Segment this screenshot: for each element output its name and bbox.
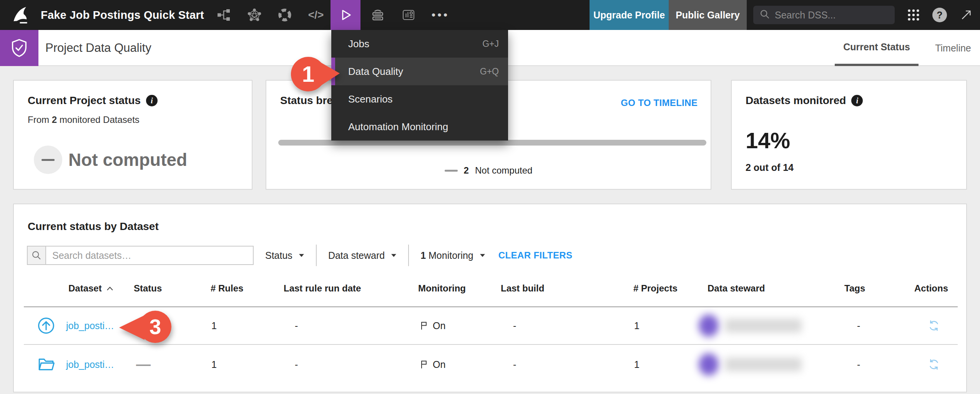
column-data-steward[interactable]: Data steward	[704, 283, 839, 294]
data-steward-redacted	[699, 315, 802, 337]
column-monitoring[interactable]: Monitoring	[416, 283, 498, 294]
current-project-status-card: Current Project status i From 2 monitore…	[13, 80, 252, 190]
dataiku-logo	[10, 5, 31, 25]
tags-cell: -	[839, 320, 908, 331]
last-build-cell: -	[498, 359, 631, 370]
avatar	[699, 315, 719, 337]
table-title: Current status by Dataset	[28, 220, 159, 233]
dataset-search[interactable]	[27, 246, 254, 265]
refresh-icon[interactable]	[908, 320, 958, 332]
status-legend: 2 Not computed	[266, 165, 711, 176]
rules-cell: 1	[208, 320, 281, 331]
legend-count: 2	[464, 165, 469, 176]
annotation-step-1: 1	[289, 53, 343, 96]
folder-icon[interactable]	[24, 356, 66, 373]
filter-divider	[316, 245, 317, 266]
tags-cell: -	[839, 359, 908, 370]
column-tags[interactable]: Tags	[839, 283, 908, 294]
uploaded-dataset-icon[interactable]	[24, 317, 66, 334]
jobs-menu-button[interactable]	[331, 0, 360, 30]
card-title: Datasets monitored	[746, 94, 846, 107]
top-navbar: Fake Job Postings Quick Start </>	[0, 0, 980, 30]
tab-current-status[interactable]: Current Status	[835, 30, 919, 66]
menu-item-automation-monitoring[interactable]: Automation Monitoring	[331, 113, 508, 141]
go-to-timeline-link[interactable]: GO TO TIMELINE	[621, 98, 698, 108]
external-arrow-icon[interactable]	[955, 0, 978, 30]
jobs-dropdown-menu: Jobs G+J Data Quality G+Q Scenarios Auto…	[331, 30, 508, 141]
column-dataset[interactable]: Dataset	[66, 283, 131, 294]
info-icon[interactable]: i	[851, 95, 863, 106]
flag-icon	[419, 359, 429, 369]
datasets-monitored-card: Datasets monitored i 14% 2 out of 14	[731, 80, 967, 190]
shortcut-label: G+J	[482, 39, 499, 49]
monitored-detail: 2 out of 14	[746, 162, 794, 173]
column-last-build[interactable]: Last build	[498, 283, 631, 294]
svg-text:1: 1	[302, 61, 314, 86]
monitoring-filter[interactable]: 1 Monitoring	[420, 250, 485, 261]
monitored-percent: 14%	[746, 127, 790, 153]
not-computed-status-icon	[34, 146, 62, 174]
project-name: Fake Job Postings Quick Start	[41, 0, 204, 30]
sort-asc-icon	[106, 286, 113, 291]
chevron-down-icon	[299, 253, 304, 257]
data-steward-filter[interactable]: Data steward	[328, 250, 397, 261]
not-computed-swatch	[445, 170, 458, 172]
dashboards-icon[interactable]	[397, 0, 420, 30]
monitored-datasets-subtitle: From 2 monitored Datasets	[28, 114, 140, 125]
help-icon[interactable]: ?	[928, 0, 951, 30]
menu-item-jobs[interactable]: Jobs G+J	[331, 30, 508, 58]
project-status-value: Not computed	[68, 146, 187, 174]
dss-search-input[interactable]	[775, 10, 882, 21]
notebooks-icon[interactable]	[273, 0, 296, 30]
dataset-link[interactable]: job_posti…	[66, 359, 114, 370]
column-rules[interactable]: # Rules	[208, 283, 281, 294]
column-status[interactable]: Status	[131, 283, 208, 294]
column-actions: Actions	[908, 283, 958, 294]
refresh-icon[interactable]	[908, 358, 958, 371]
dataset-link[interactable]: job_posti…	[66, 320, 114, 331]
column-projects[interactable]: # Projects	[631, 283, 704, 294]
monitoring-cell: On	[416, 320, 498, 331]
steward-name-redacted	[725, 319, 802, 333]
tab-timeline[interactable]: Timeline	[930, 30, 976, 66]
apps-grid-icon[interactable]	[902, 0, 925, 30]
last-rule-run-cell: -	[281, 359, 416, 370]
search-icon	[28, 247, 46, 264]
code-icon[interactable]: </>	[304, 0, 327, 30]
data-quality-badge	[0, 30, 38, 66]
flag-icon	[419, 321, 429, 331]
clear-filters-button[interactable]: CLEAR FILTERS	[498, 250, 573, 261]
projects-cell: 1	[631, 359, 704, 370]
status-filter[interactable]: Status	[265, 250, 304, 261]
upgrade-profile-button[interactable]: Upgrade Profile	[590, 0, 669, 30]
monitoring-cell: On	[416, 359, 498, 370]
avatar	[699, 353, 719, 376]
last-build-cell: -	[498, 320, 631, 331]
visual-analyses-icon[interactable]	[243, 0, 266, 30]
lab-stack-icon[interactable]	[366, 0, 389, 30]
annotation-step-3: 3	[114, 309, 174, 348]
info-icon[interactable]: i	[146, 95, 158, 106]
flow-icon[interactable]	[212, 0, 235, 30]
current-status-by-dataset-card: Current status by Dataset Status Data st…	[13, 204, 967, 392]
table-header-row: Dataset Status # Rules Last rule run dat…	[24, 270, 958, 307]
rules-cell: 1	[208, 359, 281, 370]
search-icon	[759, 9, 770, 21]
shield-check-icon	[9, 38, 29, 58]
chevron-down-icon	[391, 253, 397, 257]
filter-bar: Status Data steward 1 Monitoring CLEAR F…	[265, 246, 573, 265]
shortcut-label: G+Q	[480, 66, 499, 77]
status-breakdown-bar	[278, 140, 706, 146]
public-gallery-button[interactable]: Public Gallery	[669, 0, 747, 30]
dss-search[interactable]	[753, 6, 895, 24]
column-last-rule-run[interactable]: Last rule run date	[281, 283, 416, 294]
menu-item-scenarios[interactable]: Scenarios	[331, 85, 508, 113]
menu-item-data-quality[interactable]: Data Quality G+Q	[331, 58, 508, 85]
more-menu-icon[interactable]: •••	[426, 0, 455, 30]
legend-label: Not computed	[475, 165, 532, 176]
steward-name-redacted	[725, 358, 802, 371]
data-steward-redacted	[699, 353, 802, 376]
projects-cell: 1	[631, 320, 704, 331]
last-rule-run-cell: -	[281, 320, 416, 331]
dataset-search-input[interactable]	[46, 247, 253, 264]
